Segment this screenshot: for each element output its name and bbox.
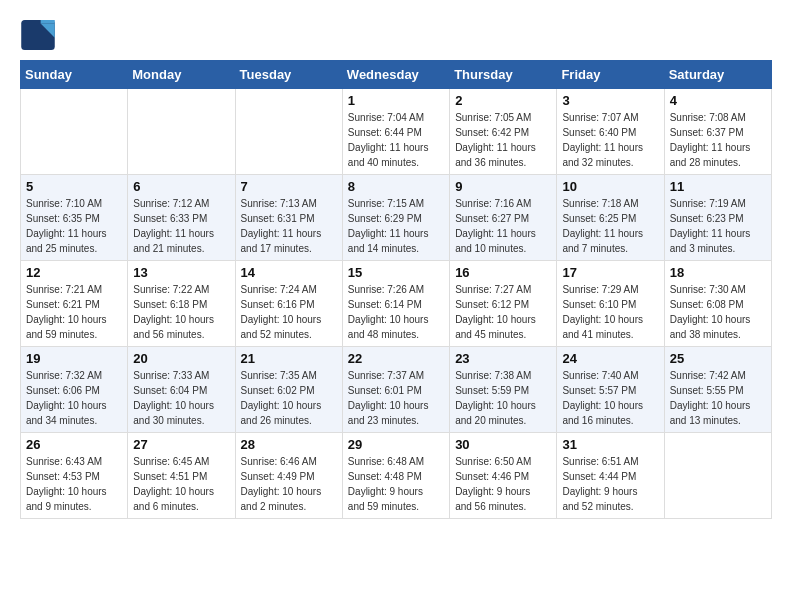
calendar-cell: 9Sunrise: 7:16 AM Sunset: 6:27 PM Daylig… [450, 175, 557, 261]
calendar-cell: 28Sunrise: 6:46 AM Sunset: 4:49 PM Dayli… [235, 433, 342, 519]
calendar-cell: 1Sunrise: 7:04 AM Sunset: 6:44 PM Daylig… [342, 89, 449, 175]
calendar-cell: 15Sunrise: 7:26 AM Sunset: 6:14 PM Dayli… [342, 261, 449, 347]
day-number: 18 [670, 265, 766, 280]
day-number: 21 [241, 351, 337, 366]
calendar-cell: 12Sunrise: 7:21 AM Sunset: 6:21 PM Dayli… [21, 261, 128, 347]
calendar-week-3: 12Sunrise: 7:21 AM Sunset: 6:21 PM Dayli… [21, 261, 772, 347]
calendar-cell [235, 89, 342, 175]
day-info: Sunrise: 7:26 AM Sunset: 6:14 PM Dayligh… [348, 282, 444, 342]
calendar-cell: 4Sunrise: 7:08 AM Sunset: 6:37 PM Daylig… [664, 89, 771, 175]
day-number: 9 [455, 179, 551, 194]
day-number: 5 [26, 179, 122, 194]
day-info: Sunrise: 7:12 AM Sunset: 6:33 PM Dayligh… [133, 196, 229, 256]
calendar-cell: 25Sunrise: 7:42 AM Sunset: 5:55 PM Dayli… [664, 347, 771, 433]
calendar-cell: 18Sunrise: 7:30 AM Sunset: 6:08 PM Dayli… [664, 261, 771, 347]
day-number: 25 [670, 351, 766, 366]
day-number: 15 [348, 265, 444, 280]
day-number: 12 [26, 265, 122, 280]
header [20, 20, 772, 50]
day-number: 22 [348, 351, 444, 366]
calendar-week-4: 19Sunrise: 7:32 AM Sunset: 6:06 PM Dayli… [21, 347, 772, 433]
weekday-header-tuesday: Tuesday [235, 61, 342, 89]
day-info: Sunrise: 7:08 AM Sunset: 6:37 PM Dayligh… [670, 110, 766, 170]
day-number: 19 [26, 351, 122, 366]
day-info: Sunrise: 6:51 AM Sunset: 4:44 PM Dayligh… [562, 454, 658, 514]
svg-marker-2 [41, 20, 55, 24]
day-info: Sunrise: 7:27 AM Sunset: 6:12 PM Dayligh… [455, 282, 551, 342]
calendar-cell [21, 89, 128, 175]
calendar-week-5: 26Sunrise: 6:43 AM Sunset: 4:53 PM Dayli… [21, 433, 772, 519]
day-info: Sunrise: 6:45 AM Sunset: 4:51 PM Dayligh… [133, 454, 229, 514]
day-number: 23 [455, 351, 551, 366]
day-number: 31 [562, 437, 658, 452]
day-number: 8 [348, 179, 444, 194]
calendar-cell: 13Sunrise: 7:22 AM Sunset: 6:18 PM Dayli… [128, 261, 235, 347]
day-number: 7 [241, 179, 337, 194]
calendar-cell: 31Sunrise: 6:51 AM Sunset: 4:44 PM Dayli… [557, 433, 664, 519]
day-number: 29 [348, 437, 444, 452]
day-info: Sunrise: 7:18 AM Sunset: 6:25 PM Dayligh… [562, 196, 658, 256]
page: SundayMondayTuesdayWednesdayThursdayFrid… [0, 0, 792, 539]
calendar-cell: 17Sunrise: 7:29 AM Sunset: 6:10 PM Dayli… [557, 261, 664, 347]
calendar-cell: 14Sunrise: 7:24 AM Sunset: 6:16 PM Dayli… [235, 261, 342, 347]
weekday-header-thursday: Thursday [450, 61, 557, 89]
day-info: Sunrise: 7:32 AM Sunset: 6:06 PM Dayligh… [26, 368, 122, 428]
calendar-cell: 11Sunrise: 7:19 AM Sunset: 6:23 PM Dayli… [664, 175, 771, 261]
calendar-cell [128, 89, 235, 175]
calendar-cell: 26Sunrise: 6:43 AM Sunset: 4:53 PM Dayli… [21, 433, 128, 519]
calendar-week-2: 5Sunrise: 7:10 AM Sunset: 6:35 PM Daylig… [21, 175, 772, 261]
weekday-header-saturday: Saturday [664, 61, 771, 89]
calendar-cell: 19Sunrise: 7:32 AM Sunset: 6:06 PM Dayli… [21, 347, 128, 433]
day-number: 14 [241, 265, 337, 280]
weekday-header-sunday: Sunday [21, 61, 128, 89]
calendar-week-1: 1Sunrise: 7:04 AM Sunset: 6:44 PM Daylig… [21, 89, 772, 175]
logo-icon [20, 20, 56, 50]
day-info: Sunrise: 7:35 AM Sunset: 6:02 PM Dayligh… [241, 368, 337, 428]
day-number: 1 [348, 93, 444, 108]
day-info: Sunrise: 7:05 AM Sunset: 6:42 PM Dayligh… [455, 110, 551, 170]
day-number: 2 [455, 93, 551, 108]
day-number: 24 [562, 351, 658, 366]
day-number: 13 [133, 265, 229, 280]
day-number: 16 [455, 265, 551, 280]
day-info: Sunrise: 7:10 AM Sunset: 6:35 PM Dayligh… [26, 196, 122, 256]
calendar-cell: 24Sunrise: 7:40 AM Sunset: 5:57 PM Dayli… [557, 347, 664, 433]
calendar: SundayMondayTuesdayWednesdayThursdayFrid… [20, 60, 772, 519]
day-number: 28 [241, 437, 337, 452]
day-number: 6 [133, 179, 229, 194]
calendar-cell: 6Sunrise: 7:12 AM Sunset: 6:33 PM Daylig… [128, 175, 235, 261]
calendar-cell: 23Sunrise: 7:38 AM Sunset: 5:59 PM Dayli… [450, 347, 557, 433]
day-info: Sunrise: 6:43 AM Sunset: 4:53 PM Dayligh… [26, 454, 122, 514]
day-info: Sunrise: 7:33 AM Sunset: 6:04 PM Dayligh… [133, 368, 229, 428]
day-number: 20 [133, 351, 229, 366]
day-number: 4 [670, 93, 766, 108]
day-info: Sunrise: 7:15 AM Sunset: 6:29 PM Dayligh… [348, 196, 444, 256]
day-info: Sunrise: 7:13 AM Sunset: 6:31 PM Dayligh… [241, 196, 337, 256]
day-number: 3 [562, 93, 658, 108]
weekday-header-friday: Friday [557, 61, 664, 89]
calendar-cell: 8Sunrise: 7:15 AM Sunset: 6:29 PM Daylig… [342, 175, 449, 261]
day-info: Sunrise: 7:40 AM Sunset: 5:57 PM Dayligh… [562, 368, 658, 428]
calendar-cell: 30Sunrise: 6:50 AM Sunset: 4:46 PM Dayli… [450, 433, 557, 519]
day-info: Sunrise: 7:38 AM Sunset: 5:59 PM Dayligh… [455, 368, 551, 428]
day-number: 26 [26, 437, 122, 452]
calendar-cell: 2Sunrise: 7:05 AM Sunset: 6:42 PM Daylig… [450, 89, 557, 175]
day-info: Sunrise: 6:48 AM Sunset: 4:48 PM Dayligh… [348, 454, 444, 514]
day-info: Sunrise: 7:04 AM Sunset: 6:44 PM Dayligh… [348, 110, 444, 170]
day-info: Sunrise: 7:07 AM Sunset: 6:40 PM Dayligh… [562, 110, 658, 170]
day-number: 11 [670, 179, 766, 194]
day-info: Sunrise: 7:30 AM Sunset: 6:08 PM Dayligh… [670, 282, 766, 342]
day-info: Sunrise: 7:19 AM Sunset: 6:23 PM Dayligh… [670, 196, 766, 256]
day-info: Sunrise: 7:29 AM Sunset: 6:10 PM Dayligh… [562, 282, 658, 342]
day-number: 30 [455, 437, 551, 452]
logo [20, 20, 60, 50]
weekday-header-wednesday: Wednesday [342, 61, 449, 89]
calendar-cell: 20Sunrise: 7:33 AM Sunset: 6:04 PM Dayli… [128, 347, 235, 433]
day-info: Sunrise: 7:24 AM Sunset: 6:16 PM Dayligh… [241, 282, 337, 342]
day-info: Sunrise: 7:16 AM Sunset: 6:27 PM Dayligh… [455, 196, 551, 256]
day-number: 27 [133, 437, 229, 452]
day-info: Sunrise: 6:46 AM Sunset: 4:49 PM Dayligh… [241, 454, 337, 514]
calendar-cell [664, 433, 771, 519]
weekday-header-monday: Monday [128, 61, 235, 89]
calendar-cell: 7Sunrise: 7:13 AM Sunset: 6:31 PM Daylig… [235, 175, 342, 261]
